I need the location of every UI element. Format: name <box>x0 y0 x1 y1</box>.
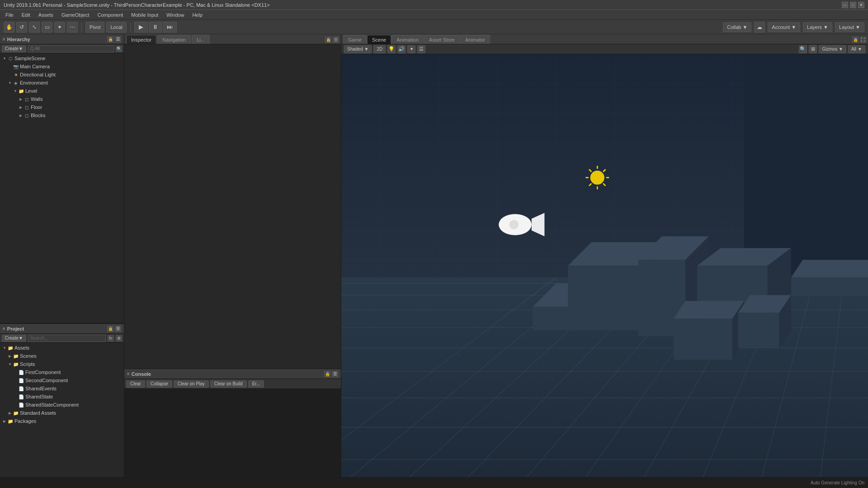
toolbar-transform-tool[interactable]: ✦ <box>54 22 65 33</box>
play-button[interactable]: ▶ <box>134 22 148 33</box>
console-collapse-button[interactable]: Collapse <box>146 380 172 388</box>
console-menu-icon[interactable]: ☰ <box>332 371 338 377</box>
hierarchy-search-input[interactable] <box>28 45 114 52</box>
menu-help[interactable]: Help <box>189 11 206 19</box>
label-standardassets: Standard Assets <box>20 410 56 416</box>
shading-dropdown[interactable]: Shaded ▼ <box>344 45 372 53</box>
scene-maximize-icon[interactable]: ⛶ <box>860 37 866 43</box>
label-samplescene: SampleScene <box>14 56 46 61</box>
project-item-firstcomponent[interactable]: 📄 FirstComponent <box>0 368 124 376</box>
tab-scene[interactable]: Scene <box>367 35 391 44</box>
project-item-packages[interactable]: 📁 Packages <box>0 417 124 425</box>
console-clear-button[interactable]: Clear <box>126 380 145 388</box>
tab-assetstore[interactable]: Asset Store <box>424 35 460 44</box>
account-dropdown[interactable]: Account ▼ <box>768 22 800 32</box>
arrow-scripts <box>7 361 13 367</box>
toolbar-rotate-tool[interactable]: ↺ <box>16 22 27 33</box>
inspector-lock-icon[interactable]: 🔒 <box>325 37 331 43</box>
scene-hidden-objects-icon[interactable]: ☰ <box>417 45 425 53</box>
project-refresh-icon[interactable]: ↻ <box>108 335 114 341</box>
icon-scripts: 📁 <box>13 361 19 367</box>
project-item-scenes[interactable]: 📁 Scenes <box>0 352 124 360</box>
scene-gizmos-snap-icon[interactable]: ⊞ <box>809 45 817 53</box>
collab-dropdown[interactable]: Collab ▼ <box>723 22 751 32</box>
scene-lights-icon[interactable]: 💡 <box>387 45 396 53</box>
scene-audio-icon[interactable]: 🔊 <box>397 45 406 53</box>
project-settings-icon[interactable]: ⚙ <box>116 335 122 341</box>
scene-effects-icon[interactable]: ✦ <box>407 45 415 53</box>
scene-lock-icon[interactable]: 🔒 <box>852 37 859 43</box>
scene-search-icon[interactable]: 🔍 <box>799 45 807 53</box>
project-item-sharedstate[interactable]: 📄 SharedState <box>0 393 124 401</box>
step-button[interactable]: ⏭ <box>163 22 177 33</box>
project-create-button[interactable]: Create ▼ <box>2 335 26 342</box>
layout-dropdown[interactable]: Layout ▼ <box>835 22 864 32</box>
project-item-sharedstatecomponent[interactable]: 📄 SharedStateComponent <box>0 401 124 409</box>
menu-gameobject[interactable]: GameObject <box>58 11 93 19</box>
project-lock-icon[interactable]: 🔒 <box>107 326 113 332</box>
pause-button[interactable]: ⏸ <box>149 22 162 33</box>
hierarchy-item-blocks[interactable]: ◻ Blocks <box>0 111 124 119</box>
project-menu-icon[interactable]: ☰ <box>115 326 121 332</box>
project-item-scripts[interactable]: 📁 Scripts <box>0 360 124 368</box>
cloud-button[interactable]: ☁ <box>754 22 765 33</box>
tab-animation[interactable]: Animation <box>392 35 424 44</box>
title-bar: Unity 2019.1.0b1 Personal - SampleScene.… <box>0 0 868 10</box>
hierarchy-item-samplescene[interactable]: ⬡ SampleScene <box>0 54 124 62</box>
layers-filter-dropdown[interactable]: All ▼ <box>848 45 865 53</box>
layers-dropdown[interactable]: Layers ▼ <box>803 22 832 32</box>
hierarchy-search-icon[interactable]: 🔍 <box>116 46 122 52</box>
menu-file[interactable]: File <box>2 11 17 19</box>
toolbar-right: Collab ▼ ☁ Account ▼ Layers ▼ Layout ▼ <box>723 22 864 33</box>
scene-viewport[interactable]: X Y Z < Persp <box>341 54 868 477</box>
scene-3d-view: X Y Z < Persp <box>341 54 868 477</box>
icon-firstcomponent: 📄 <box>18 369 24 375</box>
menu-window[interactable]: Window <box>163 11 188 19</box>
label-scripts: Scripts <box>20 361 35 367</box>
hierarchy-item-walls[interactable]: ◻ Walls <box>0 95 124 103</box>
minimize-button[interactable]: ─ <box>842 2 848 8</box>
toolbar-custom-tool[interactable]: ⋯ <box>67 22 78 33</box>
hierarchy-item-maincamera[interactable]: 📷 Main Camera <box>0 62 124 71</box>
console-clear-on-build-button[interactable]: Clear on Build <box>210 380 247 388</box>
project-item-assets[interactable]: 📁 Assets <box>0 344 124 352</box>
toolbar-scale-tool[interactable]: ⤡ <box>29 22 40 33</box>
pivot-button[interactable]: Pivot <box>85 22 104 33</box>
toolbar-move-tool[interactable]: ✋ <box>4 22 14 33</box>
hierarchy-item-floor[interactable]: ◻ Floor <box>0 103 124 111</box>
icon-floor: ◻ <box>24 104 30 110</box>
hierarchy-header-icons: 🔒 ☰ <box>107 36 121 43</box>
project-item-sharedevents[interactable]: 📄 SharedEvents <box>0 384 124 393</box>
menu-component[interactable]: Component <box>94 11 127 19</box>
hierarchy-create-button[interactable]: Create ▼ <box>2 45 26 52</box>
hierarchy-item-level[interactable]: 📁 Level <box>0 87 124 95</box>
tab-game[interactable]: Game <box>343 35 367 44</box>
inspector-menu-icon[interactable]: ☰ <box>333 37 339 43</box>
project-item-standardassets[interactable]: 📁 Standard Assets <box>0 409 124 417</box>
hierarchy-menu-icon[interactable]: ☰ <box>115 36 121 43</box>
tab-inspector[interactable]: Inspector <box>126 35 156 44</box>
hierarchy-item-directionallight[interactable]: ☀ Directional Light <box>0 71 124 79</box>
close-button[interactable]: ✕ <box>858 2 864 8</box>
2d-button[interactable]: 2D <box>373 45 386 53</box>
project-search-input[interactable] <box>28 335 106 342</box>
hierarchy-lock-icon[interactable]: 🔒 <box>107 36 113 43</box>
gizmos-dropdown[interactable]: Gizmos ▼ <box>819 45 846 53</box>
menu-assets[interactable]: Assets <box>35 11 57 19</box>
tab-navigation[interactable]: Navigation <box>157 35 191 44</box>
toolbar-rect-tool[interactable]: ▭ <box>42 22 52 33</box>
project-item-secondcomponent[interactable]: 📄 SecondComponent <box>0 376 124 384</box>
console-error-button[interactable]: Er... <box>248 380 264 388</box>
label-level: Level <box>25 88 37 94</box>
tab-animator[interactable]: Animator <box>460 35 490 44</box>
hierarchy-item-environment[interactable]: ◈ Environment <box>0 79 124 87</box>
menu-mobileinput[interactable]: Mobile Input <box>127 11 162 19</box>
menu-edit[interactable]: Edit <box>18 11 34 19</box>
label-directionallight: Directional Light <box>20 72 56 77</box>
console-clear-on-play-button[interactable]: Clear on Play <box>174 380 209 388</box>
maximize-button[interactable]: □ <box>850 2 856 8</box>
label-walls: Walls <box>31 96 42 102</box>
local-button[interactable]: Local <box>106 22 126 33</box>
tab-li[interactable]: Li... <box>192 35 210 44</box>
console-lock-icon[interactable]: 🔒 <box>324 371 330 377</box>
